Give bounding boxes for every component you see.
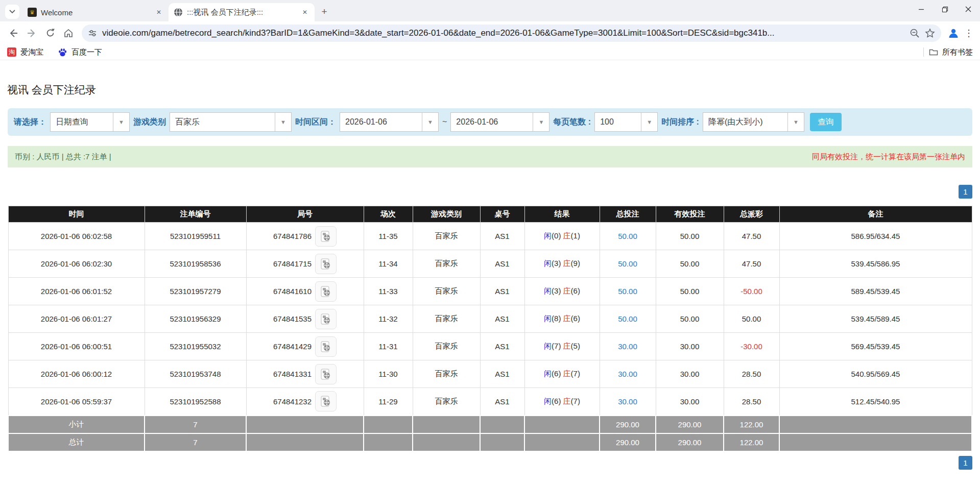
url-bar[interactable]: videoie.com/game/betrecord_search/kind3?… <box>82 25 941 42</box>
zoom-out-icon[interactable] <box>910 28 920 38</box>
film-icon <box>320 258 332 270</box>
reload-icon <box>45 28 55 38</box>
video-replay-button[interactable] <box>315 391 337 411</box>
dropdown-arrow-icon[interactable]: ▼ <box>422 113 438 131</box>
cell-bet-id: 523101959511 <box>145 223 246 250</box>
restore-button[interactable] <box>933 0 957 18</box>
dropdown-arrow-icon[interactable]: ▼ <box>787 113 804 131</box>
cell-time: 2026-01-06 05:59:37 <box>8 388 145 416</box>
cell-payout: 50.00 <box>724 305 779 333</box>
close-button[interactable] <box>957 0 980 18</box>
cell-game: 百家乐 <box>413 250 480 278</box>
profile-avatar[interactable] <box>946 26 961 40</box>
per-page-value: 100 <box>595 113 641 131</box>
video-replay-button[interactable] <box>315 226 337 247</box>
cell-game: 百家乐 <box>413 278 480 305</box>
bookmark-star-icon[interactable] <box>925 28 935 38</box>
column-header: 游戏类别 <box>413 206 480 223</box>
cell-session: 11-35 <box>364 223 413 250</box>
all-bookmarks-button[interactable]: 所有书签 <box>929 47 973 57</box>
table-footer: 小计 7 290.00 290.00 122.00 总计 7 290.00 29… <box>8 416 972 451</box>
pagination-bottom: 1 <box>8 456 972 470</box>
total-bet-link[interactable]: 50.00 <box>618 314 637 323</box>
tab-betrecord[interactable]: :::视讯 会员下注纪录::: ✕ <box>169 3 315 21</box>
minimize-button[interactable] <box>910 0 933 18</box>
video-replay-button[interactable] <box>315 364 337 384</box>
date-range-label: 时间区间： <box>295 117 336 128</box>
tab-close-icon[interactable]: ✕ <box>154 8 163 17</box>
sort-select[interactable]: 降幂(由大到小) ▼ <box>703 112 804 132</box>
player-result: 闲 <box>544 286 552 295</box>
dropdown-arrow-icon[interactable]: ▼ <box>641 113 657 131</box>
total-bet-link[interactable]: 50.00 <box>618 287 637 296</box>
home-button[interactable] <box>60 25 77 41</box>
video-replay-button[interactable] <box>315 281 337 302</box>
new-tab-button[interactable]: + <box>318 5 331 18</box>
summary-count: 7 <box>145 416 246 433</box>
total-bet-link[interactable]: 30.00 <box>618 342 637 351</box>
player-result: 闲 <box>544 369 552 378</box>
bookmark-baidu[interactable]: 百度一下 <box>58 47 102 57</box>
back-button[interactable] <box>5 25 21 41</box>
tab-search-button[interactable] <box>5 5 19 19</box>
total-bet-link[interactable]: 30.00 <box>618 370 637 378</box>
game-kind-select[interactable]: 百家乐 ▼ <box>170 112 292 132</box>
summary-count: 7 <box>145 433 246 451</box>
page-1-button[interactable]: 1 <box>959 185 972 199</box>
forward-button[interactable] <box>23 25 40 41</box>
cell-time: 2026-01-06 06:00:12 <box>8 360 145 388</box>
cell-session: 11-31 <box>364 333 413 360</box>
per-page-select[interactable]: 100 ▼ <box>594 112 658 132</box>
dropdown-arrow-icon[interactable]: ▼ <box>275 113 291 131</box>
browser-toolbar: videoie.com/game/betrecord_search/kind3?… <box>0 21 980 44</box>
tab-close-icon[interactable]: ✕ <box>300 8 309 17</box>
site-settings-icon <box>88 29 97 38</box>
film-icon <box>320 313 332 325</box>
cell-round: 674841232 <box>246 388 364 416</box>
tab-title: :::视讯 会员下注纪录::: <box>187 8 296 17</box>
cell-valid-bet: 30.00 <box>656 388 724 416</box>
cell-session: 11-33 <box>364 278 413 305</box>
video-replay-button[interactable] <box>315 336 337 357</box>
cell-round: 674841429 <box>246 333 364 360</box>
cell-note: 539.45/586.95 <box>779 250 972 278</box>
player-result: 闲 <box>544 314 552 323</box>
table-row: 2026-01-06 06:00:51 523101955032 6748414… <box>8 333 972 360</box>
dropdown-arrow-icon[interactable]: ▼ <box>533 113 549 131</box>
bookmark-aitaobao[interactable]: 淘 爱淘宝 <box>7 47 43 57</box>
round-number: 674841610 <box>273 287 312 296</box>
date-end-input[interactable]: 2026-01-06 ▼ <box>450 112 549 132</box>
cell-time: 2026-01-06 06:01:52 <box>8 278 145 305</box>
payout-value: 50.00 <box>742 314 761 323</box>
film-icon <box>320 286 332 297</box>
query-type-value: 日期查询 <box>51 113 113 131</box>
page-1-button[interactable]: 1 <box>959 456 972 470</box>
total-bet-link[interactable]: 50.00 <box>618 259 637 268</box>
total-bet-link[interactable]: 30.00 <box>618 397 637 406</box>
browser-menu-button[interactable]: ⋮ <box>963 28 975 39</box>
person-icon <box>947 27 960 39</box>
reload-button[interactable] <box>42 25 58 41</box>
banker-result: 庄 <box>563 397 571 405</box>
search-button[interactable]: 查询 <box>810 113 842 131</box>
tab-strip: ♛ Welcome ✕ :::视讯 会员下注纪录::: ✕ + <box>0 0 980 21</box>
summary-total-bet: 290.00 <box>600 416 656 433</box>
date-start-input[interactable]: 2026-01-06 ▼ <box>340 112 439 132</box>
dropdown-arrow-icon[interactable]: ▼ <box>113 113 129 131</box>
payout-value: 47.50 <box>742 232 761 240</box>
cell-result: 闲(8) 庄(6) <box>524 305 600 333</box>
video-replay-button[interactable] <box>315 309 337 329</box>
bet-records-table: 时间注单编号局号场次游戏类别桌号结果总投注有效投注总派彩备注 2026-01-0… <box>8 206 972 452</box>
total-bet-link[interactable]: 50.00 <box>618 232 637 240</box>
page-title: 视讯 会员下注纪录 <box>7 83 980 97</box>
chevron-down-icon <box>9 10 15 14</box>
video-replay-button[interactable] <box>315 254 337 274</box>
round-number: 674841715 <box>273 259 312 268</box>
tab-welcome[interactable]: ♛ Welcome ✕ <box>22 3 169 21</box>
query-type-select[interactable]: 日期查询 ▼ <box>50 112 130 132</box>
page-content: 视讯 会员下注纪录 请选择： 日期查询 ▼ 游戏类别 百家乐 ▼ 时间区间： 2… <box>0 83 980 470</box>
cell-note: 539.45/589.45 <box>779 305 972 333</box>
globe-icon <box>174 8 183 17</box>
player-result: 闲 <box>544 342 552 350</box>
cell-result: 闲(6) 庄(7) <box>524 360 600 388</box>
